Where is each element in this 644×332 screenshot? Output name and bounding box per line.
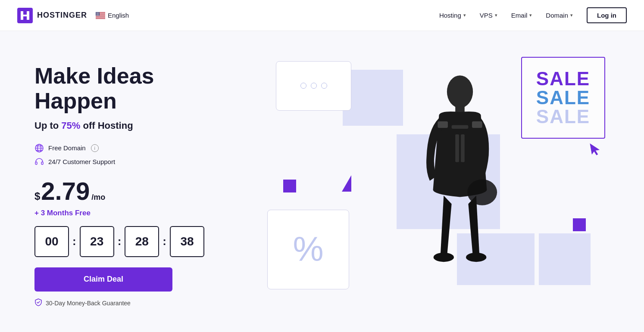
svg-point-24 [97,14,97,15]
svg-rect-5 [96,16,105,16]
svg-point-12 [98,12,98,12]
svg-point-13 [99,12,99,12]
svg-point-19 [97,13,97,14]
svg-point-9 [96,12,97,12]
logo[interactable]: HOSTINGER [17,8,87,23]
svg-point-27 [96,15,97,15]
svg-rect-6 [96,17,105,17]
hero-left: Make Ideas Happen Up to 75% off Hosting … [34,55,241,307]
deco-rect-4 [539,233,591,285]
sale-card: SALE SALE SALE [521,57,605,139]
navbar: HOSTINGER [0,0,644,31]
login-button[interactable]: Log in [587,7,627,23]
svg-point-18 [96,13,97,14]
svg-rect-37 [35,162,37,164]
svg-point-43 [466,252,486,262]
countdown-seconds: 28 [125,226,159,257]
person-figure [395,48,525,315]
svg-rect-46 [461,134,465,162]
logo-text: HOSTINGER [37,11,87,20]
countdown-sep-3: : [163,235,166,248]
sale-text-2: SALE [536,88,590,107]
price-amount: 2.79 [41,179,90,204]
claim-deal-button[interactable]: Claim Deal [34,267,172,292]
price-dollar: $ [34,191,40,202]
countdown-timer: 00 : 23 : 28 : 38 [34,226,241,257]
nav-domain[interactable]: Domain ▾ [546,12,573,19]
svg-rect-38 [41,162,43,164]
nav-right: Hosting ▾ VPS ▾ Email ▾ Domain ▾ Log in [439,7,627,23]
language-selector[interactable]: English [96,12,129,19]
globe-icon [34,143,44,153]
svg-point-22 [99,13,99,14]
countdown-hours: 00 [34,226,69,257]
deco-square-purple-1 [283,180,296,192]
feature-domain: Free Domain i [34,143,241,153]
flag-icon [96,12,105,19]
chevron-down-icon: ▾ [495,12,497,18]
countdown-milliseconds: 38 [170,226,204,257]
browser-dot-1 [300,83,306,89]
deco-triangle-purple [342,175,351,192]
guarantee-row: 30-Day Money-Back Guarantee [34,298,241,308]
nav-hosting[interactable]: Hosting ▾ [439,12,466,19]
svg-point-15 [97,13,97,13]
hero-right: % SALE SALE SALE [259,48,610,315]
nav-left: HOSTINGER [17,8,129,23]
svg-point-29 [97,15,98,15]
language-label: English [108,12,129,19]
browser-card [276,61,351,111]
price-section: $ 2.79 /mo [34,179,241,204]
svg-rect-48 [472,121,482,127]
svg-point-26 [98,14,99,15]
info-icon[interactable]: i [91,144,99,152]
features-list: Free Domain i 24/7 Customer Support [34,143,241,167]
svg-point-16 [98,13,98,13]
svg-point-42 [434,252,454,262]
deco-rect-1 [343,70,403,126]
headset-icon [34,157,44,167]
svg-rect-44 [452,125,469,129]
countdown-sep-2: : [118,235,122,248]
svg-point-39 [447,75,473,108]
svg-point-30 [98,15,98,15]
countdown-sep-1: : [72,235,76,248]
svg-point-14 [97,13,97,13]
sale-text-1: SALE [536,69,590,88]
logo-icon [17,8,33,23]
svg-point-17 [98,13,99,13]
chevron-down-icon: ▾ [570,12,573,18]
sale-text-3: SALE [536,107,590,126]
svg-point-11 [97,12,98,12]
person-svg [402,74,518,315]
svg-point-20 [97,13,98,14]
headline: Make Ideas Happen [34,64,241,113]
shield-icon [34,298,42,308]
svg-rect-47 [438,121,448,127]
svg-point-23 [97,14,97,15]
months-free: + 3 Months Free [34,209,241,217]
main-content: Make Ideas Happen Up to 75% off Hosting … [0,31,644,332]
subheadline: Up to 75% off Hosting [34,120,241,131]
deco-square-purple-3 [573,218,586,231]
svg-rect-45 [455,134,459,162]
percent-card: % [267,210,349,289]
nav-vps[interactable]: VPS ▾ [480,12,497,19]
price-per: /mo [91,193,105,202]
chevron-down-icon: ▾ [529,12,532,18]
percent-symbol: % [293,232,323,267]
countdown-minutes: 23 [80,226,114,257]
svg-rect-7 [96,18,105,18]
cursor-icon [588,141,603,159]
browser-dot-2 [311,83,317,89]
nav-email[interactable]: Email ▾ [511,12,532,19]
feature-support: 24/7 Customer Support [34,157,241,167]
svg-point-31 [99,15,99,15]
svg-point-21 [98,13,98,14]
svg-point-10 [97,12,97,12]
browser-dot-3 [321,83,327,89]
chevron-down-icon: ▾ [463,12,466,18]
svg-point-28 [97,15,97,15]
svg-point-25 [98,14,98,15]
